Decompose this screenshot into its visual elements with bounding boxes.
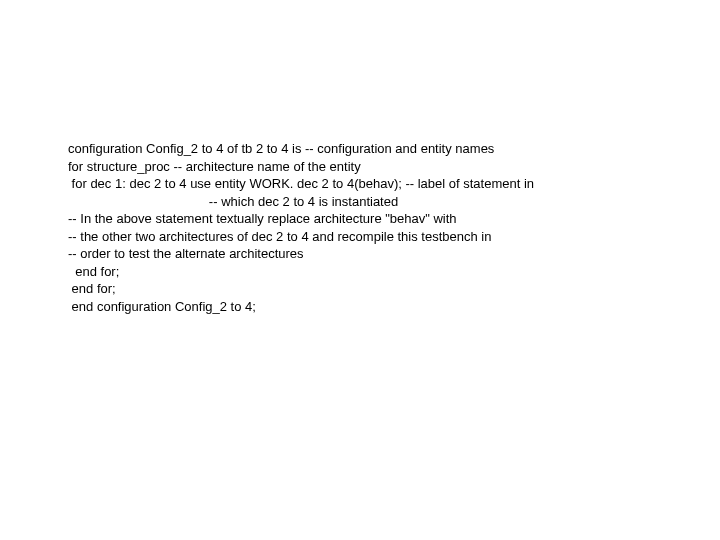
code-line-4: -- which dec 2 to 4 is instantiated: [68, 193, 720, 211]
code-line-5: -- In the above statement textually repl…: [68, 210, 720, 228]
code-line-9: end for;: [68, 263, 720, 281]
code-line-3: for dec 1: dec 2 to 4 use entity WORK. d…: [68, 175, 720, 193]
code-line-10: end for;: [68, 280, 720, 298]
code-line-6: -- the other two architectures of dec 2 …: [68, 228, 720, 246]
code-line-2: for structure_proc -- architecture name …: [68, 158, 720, 176]
code-line-11: end configuration Config_2 to 4;: [68, 298, 720, 316]
code-line-7: -- order to test the alternate architect…: [68, 245, 720, 263]
vhdl-code-block: configuration Config_2 to 4 of tb 2 to 4…: [68, 140, 720, 315]
code-line-1: configuration Config_2 to 4 of tb 2 to 4…: [68, 140, 720, 158]
